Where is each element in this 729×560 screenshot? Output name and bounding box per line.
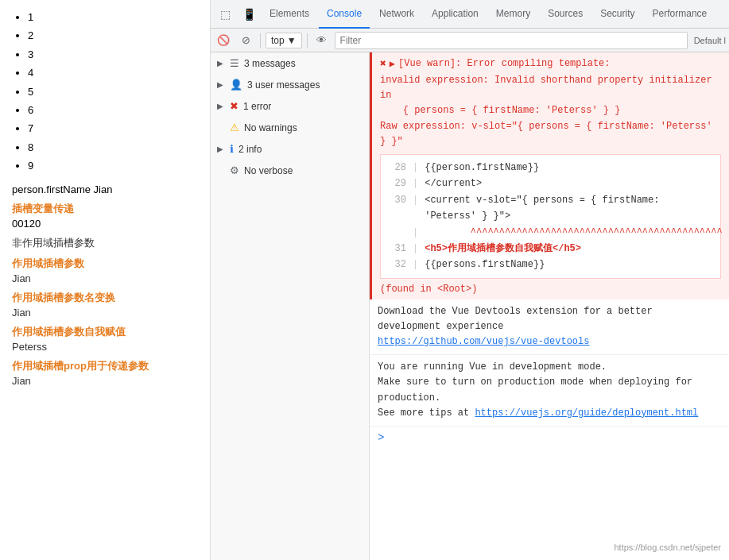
- list-item: 2: [28, 26, 198, 44]
- devtools-content: ▶☰3 messages▶👤3 user messages▶✖1 error⚠N…: [211, 52, 729, 560]
- section6-title: 作用域插槽prop用于传递参数: [12, 359, 198, 373]
- message-icon: 👤: [230, 79, 242, 91]
- eye-icon[interactable]: 👁: [312, 31, 332, 50]
- message-item[interactable]: ⚠No warnings: [211, 117, 369, 138]
- filter-input[interactable]: [335, 32, 688, 49]
- list-item: 8: [28, 138, 198, 156]
- number-value: 00120: [12, 218, 198, 230]
- section3-title: 作用域插槽参数: [12, 257, 198, 271]
- line-num: 30: [389, 192, 406, 225]
- default-badge: Default l: [694, 36, 726, 45]
- line-content-highlight: <h5>作用域插槽参数自我赋值</h5>: [425, 241, 581, 257]
- list-item: 1: [28, 8, 198, 26]
- list-item: 6: [28, 101, 198, 119]
- message-item[interactable]: ▶👤3 user messages: [211, 74, 369, 95]
- section1-title: 插槽变量传递: [12, 202, 198, 216]
- raw-expression: Raw expression: v-slot="{ persons = { fi…: [380, 119, 721, 149]
- list-item: 3: [28, 45, 198, 64]
- devtools-panel: ⬚ 📱 Elements Console Network Application…: [211, 0, 729, 560]
- message-item[interactable]: ▶☰3 messages: [211, 52, 369, 74]
- name4: Jian: [12, 375, 198, 387]
- line-num: 31: [389, 241, 406, 257]
- person-firstname: person.firstName Jian: [12, 183, 198, 195]
- error-title: [Vue warn]: Error compiling template:: [398, 58, 610, 69]
- line-content: </current>: [425, 176, 482, 191]
- watermark: https://blog.csdn.net/sjpeter: [614, 543, 721, 552]
- code-line-29: 29 | </current>: [389, 176, 712, 191]
- message-label: 3 user messages: [247, 79, 320, 91]
- error-line1: invalid expression: Invalid shorthand pr…: [380, 73, 721, 103]
- devtools-link[interactable]: https://github.com/vuejs/vue-devtools: [378, 336, 589, 347]
- context-value: top: [271, 35, 285, 46]
- context-arrow: ▼: [287, 35, 297, 46]
- expand-arrow: ▶: [217, 145, 225, 153]
- expand-arrow: ▶: [217, 59, 225, 68]
- line-num: 32: [389, 257, 406, 272]
- expand-arrow: ▶: [217, 102, 225, 110]
- list-item: 4: [28, 64, 198, 82]
- message-icon: ⚠: [230, 122, 239, 133]
- error-block: ✖ ▶ [Vue warn]: Error compiling template…: [370, 52, 729, 299]
- message-icon: ✖: [230, 100, 238, 112]
- expand-arrow: ▶: [217, 80, 225, 89]
- devtools-text: Download the Vue Devtools extension for …: [378, 306, 653, 332]
- filter-icon[interactable]: ⊘: [236, 31, 255, 50]
- section2-title: 非作用域插槽参数: [12, 236, 198, 250]
- message-icon: ⚙: [230, 164, 239, 176]
- tab-console[interactable]: Console: [319, 0, 370, 29]
- code-line-32: 32 | {{persons.firstName}}: [389, 257, 712, 272]
- message-item[interactable]: ▶✖1 error: [211, 95, 369, 117]
- list-item: 5: [28, 83, 198, 101]
- found-in: (found in <Root>): [380, 284, 721, 295]
- tab-performance[interactable]: Performance: [645, 0, 715, 29]
- devtools-toolbar: 🚫 ⊘ top ▼ 👁 Default l: [211, 29, 729, 52]
- message-list: ▶☰3 messages▶👤3 user messages▶✖1 error⚠N…: [211, 52, 370, 560]
- message-label: 1 error: [243, 101, 271, 112]
- vue-mode-block: You are running Vue in development mode.…: [370, 355, 729, 427]
- left-panel: 123456789 person.firstName Jian 插槽变量传递 0…: [0, 0, 211, 560]
- devtools-tabs: ⬚ 📱 Elements Console Network Application…: [211, 0, 729, 29]
- tab-security[interactable]: Security: [592, 0, 642, 29]
- line-content: {{person.firstName}}: [425, 160, 539, 176]
- line-content: <current v-slot="{ persons = { firstName…: [425, 192, 712, 225]
- message-item[interactable]: ▶ℹ2 info: [211, 138, 369, 160]
- tab-application[interactable]: Application: [424, 0, 487, 29]
- section5-title: 作用域插槽参数自我赋值: [12, 325, 198, 339]
- line-num: 28: [389, 160, 406, 176]
- section4-title: 作用域插槽参数名变换: [12, 291, 198, 305]
- message-icon: ☰: [230, 57, 239, 69]
- code-block: 28 | {{person.firstName}} 29 | </current…: [380, 154, 721, 279]
- devtools-link-block: Download the Vue Devtools extension for …: [370, 299, 729, 356]
- separator1: [260, 33, 261, 48]
- code-line-caret: | ^^^^^^^^^^^^^^^^^^^^^^^^^^^^^^^^^^^^^^…: [389, 225, 712, 241]
- inspect-icon[interactable]: ⬚: [214, 3, 236, 25]
- numbered-list: 123456789: [12, 8, 198, 176]
- code-line-31: 31 | <h5>作用域插槽参数自我赋值</h5>: [389, 241, 712, 257]
- line-num: [389, 225, 406, 241]
- error-header: ✖ ▶ [Vue warn]: Error compiling template…: [380, 57, 721, 70]
- name3: Peterss: [12, 341, 198, 353]
- console-prompt[interactable]: >: [370, 427, 729, 449]
- tab-memory[interactable]: Memory: [488, 0, 538, 29]
- separator2: [307, 33, 308, 48]
- message-label: No verbose: [244, 165, 293, 176]
- tab-network[interactable]: Network: [371, 0, 422, 29]
- device-icon[interactable]: 📱: [238, 3, 260, 25]
- list-item: 7: [28, 119, 198, 137]
- tab-sources[interactable]: Sources: [540, 0, 591, 29]
- line-num: 29: [389, 176, 406, 191]
- vue-tips-link[interactable]: https://vuejs.org/guide/deployment.html: [475, 407, 698, 419]
- error-expression: { persons = { firstName: 'Peterss' } }: [380, 103, 721, 118]
- clear-icon[interactable]: 🚫: [214, 31, 233, 50]
- message-item[interactable]: ⚙No verbose: [211, 160, 369, 181]
- message-label: 2 info: [238, 144, 262, 155]
- caret: ^^^^^^^^^^^^^^^^^^^^^^^^^^^^^^^^^^^^^^^^…: [425, 225, 722, 241]
- list-item: 9: [28, 156, 198, 175]
- code-line-28: 28 | {{person.firstName}}: [389, 160, 712, 176]
- console-output: ✖ ▶ [Vue warn]: Error compiling template…: [370, 52, 729, 560]
- context-selector[interactable]: top ▼: [266, 33, 302, 48]
- message-label: 3 messages: [244, 58, 296, 69]
- tab-elements[interactable]: Elements: [262, 0, 317, 29]
- expand-arrow[interactable]: ▶: [390, 58, 395, 70]
- message-icon: ℹ: [230, 143, 234, 155]
